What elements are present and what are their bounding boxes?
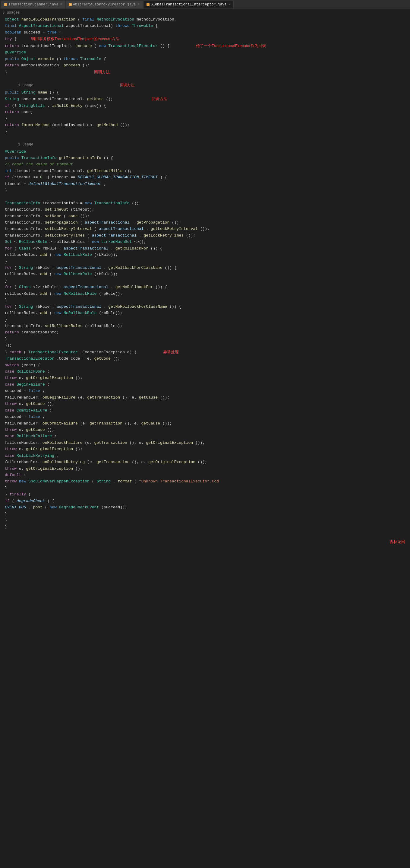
tab-abstract-auto-proxy[interactable]: J AbstractAutoProxyCreator.java × — [66, 1, 143, 8]
code-line: public Object execute () throws Throwabl… — [0, 56, 410, 62]
code-line: if (timeout <= 0 || timeout == DEFAULT_G… — [0, 174, 410, 180]
code-line: } — [0, 336, 410, 342]
code-line: rollbackRules. add ( new NoRollbackRule … — [0, 290, 410, 297]
code-line: rollbackRules. add ( new RollbackRule (r… — [0, 271, 410, 277]
code-line: if (! StringUtils . isNullOrEmpty (name)… — [0, 102, 410, 109]
code-line-blank — [0, 75, 410, 82]
java-file-icon3: J — [146, 3, 149, 6]
code-line-try: try { 调用事务模板TransactionalTemplate的execut… — [0, 36, 410, 42]
code-line: failureHandler. onCommitFailure (e. getT… — [0, 420, 410, 427]
code-line: public String name () { — [0, 89, 410, 96]
code-line: succeed = false ; — [0, 388, 410, 394]
code-line: case BeginFailure : — [0, 381, 410, 388]
code-line: default : — [0, 472, 410, 478]
usage-line-2: 1 usage — [0, 141, 410, 149]
code-line: for ( String rbRule : aspectTransactiona… — [0, 265, 410, 271]
code-line: throw e. getCause (); — [0, 427, 410, 433]
code-line: succeed = false ; — [0, 414, 410, 420]
code-line: case CommitFailure : — [0, 407, 410, 414]
code-line: } — [0, 517, 410, 523]
code-line: } — [0, 115, 410, 122]
usage-count-top: 3 usages — [0, 9, 410, 16]
tab-label: TransactionScanner.java — [8, 2, 59, 7]
code-line-finally: } finally { — [0, 491, 410, 497]
code-line: transactionInfo. setTimeOut (timeout); — [0, 206, 410, 213]
code-area: Object handleGlobalTransaction ( final M… — [0, 16, 410, 536]
code-line: // reset the value of timeout — [0, 161, 410, 167]
code-line: throw e. getCause (); — [0, 401, 410, 407]
close-icon3[interactable]: × — [229, 3, 230, 6]
code-line-blank — [0, 135, 410, 141]
tab-label2: AbstractAutoProxyCreator.java — [73, 2, 136, 7]
code-line: rollbackRules. add ( new RollbackRule (r… — [0, 252, 410, 258]
code-line: transactionInfo. setRollbackRules (rollb… — [0, 323, 410, 329]
code-line: throw e. getOriginalException (); — [0, 466, 410, 472]
code-line: Object handleGlobalTransaction ( final M… — [0, 16, 410, 23]
tab-global-transactional-interceptor[interactable]: J GlobalTransactionalInterceptor.java × — [143, 1, 234, 8]
java-file-icon: J — [4, 3, 7, 6]
code-line: } — [0, 316, 410, 323]
code-line: TransactionInfo transactionInfo = new Tr… — [0, 200, 410, 206]
code-line: }); — [0, 342, 410, 348]
code-line: } 回调方法 — [0, 69, 410, 75]
code-line: for ( Class <?> rbRule : aspectTransacti… — [0, 245, 410, 252]
code-line: } — [0, 258, 410, 265]
code-line: String name = aspectTransactional. getNa… — [0, 96, 410, 102]
code-line: switch (code) { — [0, 362, 410, 368]
code-line: return transactionInfo; — [0, 329, 410, 336]
code-line: } — [0, 485, 410, 491]
code-line: if ( degradeCheck ) { — [0, 498, 410, 504]
code-line: throw e. getOriginalException (); — [0, 375, 410, 381]
code-line: } — [0, 128, 410, 134]
tab-bar: J TransactionScanner.java × J AbstractAu… — [0, 0, 410, 9]
code-line: @Override — [0, 49, 410, 56]
code-line: return name; — [0, 109, 410, 115]
footer: 吉林龙网 — [0, 536, 410, 548]
code-line: @Override — [0, 149, 410, 155]
code-line: for ( String rbRule : aspectTransactiona… — [0, 304, 410, 310]
code-line: EVENT_BUS . post ( new DegradeCheckEvent… — [0, 504, 410, 510]
code-line: throw new ShouldNeverHappenException ( S… — [0, 478, 410, 485]
code-line: case RollbackFailure : — [0, 433, 410, 439]
code-line: case RollbackRetrying : — [0, 453, 410, 459]
code-line: case RollbackDone : — [0, 368, 410, 375]
code-line: return transactionalTemplate. execute ( … — [0, 42, 410, 49]
code-line: failureHandler. onRollbackRetrying (e. g… — [0, 459, 410, 465]
code-line: final AspectTransactional aspectTransact… — [0, 23, 410, 29]
code-line: rollbackRules. add ( new NoRollbackRule … — [0, 310, 410, 316]
usage-line-1: 1 usage 回调方法 — [0, 82, 410, 89]
code-line: boolean succeed = true ; — [0, 29, 410, 36]
code-line: transactionInfo. setLockRetryInterval ( … — [0, 226, 410, 232]
code-line: } — [0, 297, 410, 303]
code-line: timeout = defaultGlobalTransactionTimeou… — [0, 181, 410, 187]
code-line: for ( Class <?> rbRule : aspectTransacti… — [0, 284, 410, 290]
java-file-icon2: J — [69, 3, 72, 6]
code-line: failureHandler. onRollbackFailure (e. ge… — [0, 440, 410, 446]
code-line: return formatMethod (methodInvocation. g… — [0, 122, 410, 128]
code-line: } — [0, 278, 410, 284]
code-line: } — [0, 187, 410, 193]
code-line: transactionInfo. setPropagation ( aspect… — [0, 219, 410, 226]
close-icon[interactable]: × — [60, 3, 62, 6]
tab-transaction-scanner[interactable]: J TransactionScanner.java × — [1, 1, 65, 8]
tab-label3: GlobalTransactionalInterceptor.java — [151, 2, 227, 7]
code-line: TransactionalExecutor .Code code = e. ge… — [0, 355, 410, 362]
code-line-catch: } catch ( TransactionalExecutor .Executi… — [0, 349, 410, 355]
line-content: Object handleGlobalTransaction ( final M… — [2, 16, 177, 23]
code-line: int timeout = aspectTransactional. getTi… — [0, 168, 410, 174]
code-line: transactionInfo. setLockRetryTimes ( asp… — [0, 232, 410, 239]
code-line: } — [0, 524, 410, 530]
code-line: throw e. getOriginalException (); — [0, 446, 410, 452]
code-line-blank — [0, 194, 410, 200]
code-line: } — [0, 511, 410, 517]
close-icon2[interactable]: × — [138, 3, 140, 6]
code-line: failureHandler. onBeginFailure (e. getTr… — [0, 394, 410, 401]
code-line: transactionInfo. setName ( name ()); — [0, 213, 410, 219]
code-line: return methodInvocation. proceed (); — [0, 62, 410, 68]
code-line: Set < RollbackRule > rollbackRules = new… — [0, 239, 410, 245]
code-line: public TransactionInfo getTransactionInf… — [0, 155, 410, 161]
